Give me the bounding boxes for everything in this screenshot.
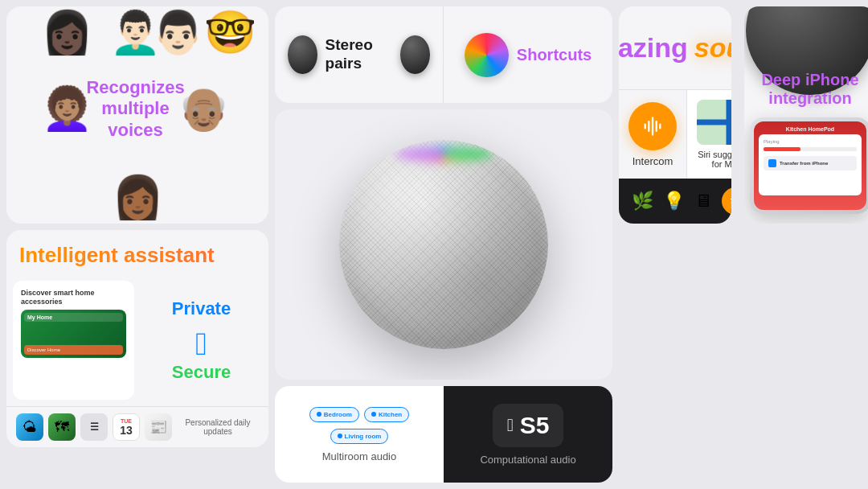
stereo-label: Stereo pairs — [326, 36, 393, 73]
waveform-icon — [641, 115, 664, 138]
shortcuts-label: Shortcuts — [517, 46, 592, 64]
intercom-orb-icon — [628, 102, 677, 150]
s5-label: S5 — [520, 412, 550, 439]
intelligent-card: Intelligent assistant Discover smart hom… — [6, 230, 268, 447]
transfer-icon — [768, 159, 776, 167]
left-column: 👩🏿 👨🏻‍🦱 👩🏽‍🦱 Recognizes multiple voices … — [6, 6, 268, 483]
smart-home-icons-row: 🌿 💡 🖥 72° 🔓 — [632, 187, 731, 215]
smart-plant-icon: 🌿 — [632, 191, 653, 212]
progress-bar — [764, 147, 857, 151]
right-column: Deep iPhone integration Kitchen HomePod … — [619, 6, 868, 483]
center-column: Stereo pairs Shortcuts Bedroo — [275, 6, 612, 483]
daily-updates-label: Personalized daily updates — [177, 418, 259, 436]
reminder-icon: ☰ — [80, 413, 108, 441]
sound-label: sound — [694, 32, 731, 64]
intelligent-title: Intelligent assistant — [6, 230, 268, 274]
siri-maps-label: Siri suggestions for Maps — [697, 150, 731, 169]
private-label: Private — [172, 298, 231, 319]
iphone-integration-label: Deep iPhone integration — [754, 71, 866, 108]
maps-visual — [697, 100, 731, 145]
transfer-row: Transfer from iPhone — [764, 156, 857, 171]
memoji-6: 👩🏾 — [108, 163, 168, 224]
siri-orb-icon — [465, 33, 509, 77]
homepod-right-icon — [400, 35, 430, 74]
shortcuts-section: Shortcuts — [444, 6, 612, 103]
maps-road-vertical — [727, 100, 732, 145]
stereo-section: Stereo pairs — [275, 6, 444, 103]
temp-badge: 72° — [722, 187, 731, 215]
voices-card: 👩🏿 👨🏻‍🦱 👩🏽‍🦱 Recognizes multiple voices … — [6, 6, 268, 224]
memoji-1: 👩🏿 — [37, 6, 97, 67]
amazing-sound-card: Amazing sound Intercom — [619, 6, 731, 224]
news-icon: 📰 — [145, 413, 172, 441]
transfer-label: Transfer from iPhone — [780, 161, 828, 166]
bottom-audio-cards: Bedroom Kitchen Living room Multiroom au… — [275, 386, 612, 483]
iphone-content-area: Playing Transfer from iPhone — [759, 134, 862, 195]
stereo-shortcuts-card: Stereo pairs Shortcuts — [275, 6, 612, 103]
weather-icon: 🌤 — [16, 413, 43, 441]
iphone-screen: Kitchen HomePod Playing Transfer from iP… — [754, 121, 866, 210]
amazing-sound-header: Amazing sound — [619, 6, 731, 89]
apple-logo-icon:  — [195, 326, 207, 362]
multiroom-card: Bedroom Kitchen Living room Multiroom au… — [275, 386, 444, 483]
homepod-container — [339, 140, 548, 349]
voices-text: Recognizes multiple voices — [86, 77, 184, 141]
kitchen-room: Kitchen — [364, 407, 409, 422]
memoji-5: 👴🏽 — [174, 75, 234, 143]
secure-label: Secure — [172, 362, 231, 383]
homepod-main-card — [275, 109, 612, 380]
playing-sub-text: Playing — [764, 139, 857, 144]
intercom-section: Intercom — [619, 89, 686, 179]
computational-card:  S5 Computational audio — [444, 386, 612, 483]
kitchen-homepod-label: Kitchen HomePod — [759, 126, 862, 132]
apple-chip-logo-icon:  — [507, 415, 514, 436]
memoji-4: 👨🏻‍🤓 — [174, 6, 234, 67]
smart-home-bar: 🌿 💡 🖥 72° 🔓 Smart home control — [619, 179, 731, 224]
smart-home-title: Discover smart home accessories — [21, 289, 126, 306]
smart-bulb-icon: 💡 — [663, 191, 685, 212]
computational-label: Computational audio — [480, 454, 575, 466]
bedroom-room: Bedroom — [309, 407, 359, 422]
amazing-label: Amazing — [619, 32, 688, 64]
memoji-grid: 👩🏿 👨🏻‍🦱 👩🏽‍🦱 Recognizes multiple voices … — [37, 6, 238, 147]
multiroom-rooms-visual: Bedroom Kitchen — [309, 407, 409, 422]
s5-chip-visual:  S5 — [493, 404, 564, 447]
smart-tv-icon: 🖥 — [694, 191, 712, 212]
homepod-main-image — [339, 140, 548, 349]
calendar-icon: TUE 13 — [113, 413, 140, 441]
iphone-integration-card: Deep iPhone integration Kitchen HomePod … — [744, 6, 868, 224]
multiroom-label: Multiroom audio — [322, 450, 397, 462]
voices-label-container: Recognizes multiple voices — [105, 75, 166, 143]
daily-updates-bar: 🌤 🗺 ☰ TUE 13 📰 Personalized daily update… — [6, 406, 268, 447]
intercom-siri-grid: Intercom Siri suggestions for Maps — [619, 89, 731, 179]
living-room: Living room — [330, 429, 389, 444]
iphone-mockup: Kitchen HomePod Playing Transfer from iP… — [750, 117, 868, 214]
maps-icon: 🗺 — [48, 413, 76, 441]
private-secure-card: Private  Secure — [144, 284, 259, 397]
intercom-label: Intercom — [633, 155, 674, 167]
homepod-left-icon — [288, 35, 317, 74]
siri-maps-section: Siri suggestions for Maps — [686, 89, 731, 179]
progress-fill — [764, 147, 800, 151]
